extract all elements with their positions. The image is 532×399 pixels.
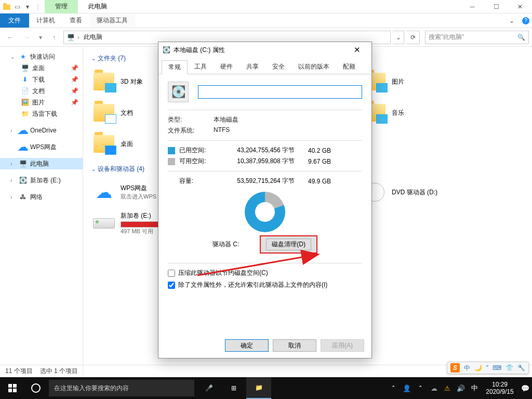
compress-checkbox-row[interactable]: 压缩此驱动器以节约磁盘空间(C): [168, 269, 362, 277]
cancel-button[interactable]: 取消: [273, 339, 316, 352]
tray-overflow-icon[interactable]: ˄: [387, 377, 400, 399]
action-center-icon[interactable]: 💬: [518, 377, 532, 399]
status-selected-count: 选中 1 个项目: [40, 367, 78, 376]
tab-previous-versions[interactable]: 以前的版本: [291, 60, 336, 74]
nav-downloads[interactable]: ⬇下载📌: [0, 74, 83, 85]
breadcrumb-sep: ›: [77, 34, 79, 41]
refresh-button[interactable]: ⟳: [406, 31, 420, 44]
qat-separator: |: [33, 2, 43, 11]
up-button[interactable]: ↑: [47, 30, 61, 45]
compress-checkbox[interactable]: [168, 270, 175, 277]
navigation-pane: ⌄★快速访问 🖥️桌面📌 ⬇下载📌 📄文档📌 🖼️图片📌 📁迅雷下载 ›☁One…: [0, 47, 83, 375]
status-item-count: 11 个项目: [5, 367, 33, 376]
onedrive-icon: ☁: [19, 126, 27, 135]
tab-general[interactable]: 常规: [162, 60, 188, 74]
taskbar: 在这里输入你要搜索的内容 🎤 ⊞ 📁 ˄ 👤 ˄ ☁ ⚠ 🔊 中 10:2920…: [0, 377, 532, 399]
tab-sharing[interactable]: 共享: [240, 60, 265, 74]
nav-network[interactable]: ›🖧网络: [0, 191, 83, 203]
tab-drive-tools[interactable]: 驱动器工具: [89, 14, 135, 28]
item-music[interactable]: 音乐: [363, 98, 493, 127]
people-icon[interactable]: 👤: [400, 377, 414, 399]
used-color-swatch: [168, 147, 175, 154]
close-button[interactable]: ✕: [508, 0, 532, 14]
ime-toolbar[interactable]: S 中 🌙 ″ ⌨ 👕 🔧: [447, 362, 529, 374]
document-icon: 📄: [21, 87, 29, 95]
free-space-row: 可用空间:10,387,959,808 字节9.67 GB: [168, 157, 362, 166]
item-pictures[interactable]: 图片: [363, 67, 493, 96]
index-checkbox-row[interactable]: 除了文件属性外，还允许索引此驱动器上文件的内容(I): [168, 281, 362, 289]
drive-large-icon: 💽: [168, 82, 189, 102]
tab-tools[interactable]: 工具: [188, 60, 214, 74]
volume-icon[interactable]: 🔊: [454, 377, 468, 399]
tab-view[interactable]: 查看: [62, 14, 89, 28]
cortana-icon[interactable]: [25, 377, 47, 399]
dialog-titlebar[interactable]: 💽 本地磁盘 (C:) 属性 ✕: [158, 42, 371, 58]
free-color-swatch: [168, 158, 175, 165]
minimize-button[interactable]: ─: [460, 0, 484, 14]
taskbar-search-input[interactable]: 在这里输入你要搜索的内容: [49, 380, 194, 396]
chevron-down-icon: ⌄: [91, 56, 96, 61]
maximize-button[interactable]: ☐: [484, 0, 508, 14]
search-icon: 🔍: [517, 34, 525, 41]
taskbar-explorer-button[interactable]: 📁: [246, 377, 271, 399]
search-input[interactable]: 搜索"此电脑" 🔍: [425, 31, 529, 44]
task-view-button[interactable]: ⊞: [221, 377, 246, 399]
ime-tool-icon[interactable]: 🔧: [517, 364, 525, 371]
ime-moon-icon[interactable]: 🌙: [474, 364, 482, 371]
tab-computer[interactable]: 计算机: [29, 14, 62, 28]
breadcrumb[interactable]: 此电脑: [82, 33, 104, 42]
qat-dropdown-icon[interactable]: ▾: [23, 2, 32, 11]
used-space-row: 已用空间:43,204,755,456 字节40.2 GB: [168, 146, 362, 155]
tab-security[interactable]: 安全: [265, 60, 291, 74]
nav-desktop[interactable]: 🖥️桌面📌: [0, 62, 83, 74]
pin-icon: 📌: [71, 64, 78, 72]
help-icon[interactable]: ?: [520, 14, 532, 28]
start-button[interactable]: [0, 377, 25, 399]
usage-pie-chart: [245, 192, 285, 232]
address-dropdown-icon[interactable]: ⌄: [393, 31, 404, 44]
onedrive-tray-icon[interactable]: ☁: [427, 377, 441, 399]
drive-icon: 💽: [163, 46, 170, 54]
forward-button[interactable]: →: [20, 30, 34, 45]
taskbar-clock[interactable]: 10:292020/9/15: [481, 378, 518, 398]
nav-onedrive[interactable]: ›☁OneDrive: [0, 125, 83, 136]
nav-this-pc[interactable]: ›🖥️此电脑: [0, 158, 83, 169]
ime-skin-icon[interactable]: 👕: [506, 364, 513, 371]
disk-cleanup-button[interactable]: 磁盘清理(D): [260, 235, 317, 254]
pin-icon: 📌: [71, 87, 78, 95]
apply-button[interactable]: 应用(A): [321, 339, 364, 352]
index-checkbox[interactable]: [168, 282, 175, 289]
dialog-close-button[interactable]: ✕: [347, 43, 367, 57]
tab-quota[interactable]: 配额: [336, 60, 362, 74]
ime-punct-icon[interactable]: ″: [486, 364, 488, 371]
ime-keyboard-icon[interactable]: ⌨: [493, 364, 501, 371]
item-dvd-drive[interactable]: DVD 驱动器 (D:): [363, 178, 493, 207]
drive-label-input[interactable]: [198, 85, 362, 99]
nav-new-volume[interactable]: ›💽新加卷 (E:): [0, 175, 83, 186]
drive-icon: 💽: [19, 176, 27, 184]
nav-documents[interactable]: 📄文档📌: [0, 85, 83, 97]
nav-pictures[interactable]: 🖼️图片📌: [0, 97, 83, 108]
tray-overflow-icon[interactable]: ˄: [414, 377, 427, 399]
nav-xunlei[interactable]: 📁迅雷下载: [0, 108, 83, 119]
ime-lang-indicator[interactable]: 中: [464, 364, 470, 373]
nav-wps[interactable]: ☁WPS网盘: [0, 141, 83, 153]
ime-tray-icon[interactable]: 中: [468, 377, 481, 399]
properties-icon[interactable]: ▭: [12, 2, 22, 11]
svg-rect-6: [13, 389, 17, 392]
recent-locations-icon[interactable]: ▾: [36, 30, 45, 45]
security-tray-icon[interactable]: ⚠: [441, 377, 454, 399]
mic-icon[interactable]: 🎤: [196, 377, 221, 399]
tab-hardware[interactable]: 硬件: [214, 60, 240, 74]
sogou-icon[interactable]: S: [450, 363, 460, 373]
nav-quick-access[interactable]: ⌄★快速访问: [0, 51, 83, 62]
tab-file[interactable]: 文件: [0, 14, 29, 28]
ok-button[interactable]: 确定: [225, 339, 269, 352]
dialog-tabs: 常规 工具 硬件 共享 安全 以前的版本 配额: [158, 58, 371, 74]
back-button[interactable]: ←: [3, 30, 18, 45]
ribbon-expand-icon[interactable]: ⌄: [504, 14, 520, 28]
capacity-row: 容量:53,592,715,264 字节49.9 GB: [168, 177, 362, 185]
dialog-button-row: 确定 取消 应用(A): [158, 333, 371, 358]
contextual-tab-manage[interactable]: 管理: [45, 0, 78, 14]
type-value: 本地磁盘: [214, 115, 238, 124]
